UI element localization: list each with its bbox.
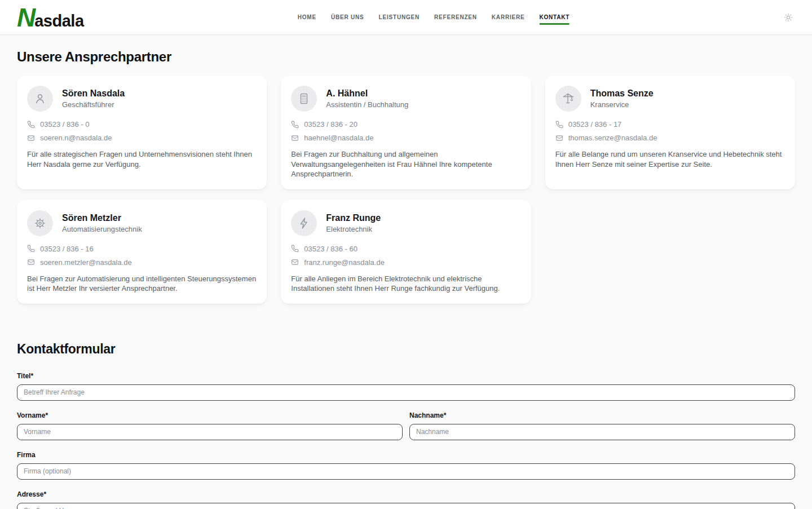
card-identity: A. Hähnel Assistentin / Buchhaltung [326,88,408,109]
brand-logo-initial: N [17,5,34,30]
field-group-adresse: Adresse* [17,490,795,509]
field-group-vorname: Vorname* [17,411,403,440]
sun-icon [784,13,793,22]
contact-name: A. Hähnel [326,88,408,99]
main-navigation: HOME ÜBER UNS LEISTUNGEN REFERENZEN KARR… [298,12,570,23]
required-mark: * [30,372,33,380]
card-identity: Franz Runge Elektrotechnik [326,213,381,233]
contact-card: Thomas Senze Kranservice 03523 / 836 - 1… [545,76,795,189]
nachname-input[interactable] [409,424,795,440]
email-row: soeren.n@nasdala.de [27,134,257,142]
mail-icon [555,134,563,142]
vorname-input[interactable] [17,424,403,440]
avatar [27,210,53,236]
avatar [555,86,581,112]
field-group-firma: Firma [17,451,795,480]
required-mark: * [45,411,48,419]
card-header: Sören Metzler Automatisierungstechnik [27,210,257,236]
contact-role: Geschäftsführer [62,100,125,109]
phone-row: 03523 / 836 - 17 [555,120,785,129]
phone-row: 03523 / 836 - 60 [291,245,520,253]
contact-phone: 03523 / 836 - 20 [304,120,358,129]
field-group-titel: Titel* [17,372,795,401]
contact-cards-grid: Sören Nasdala Geschäftsführer 03523 / 83… [17,76,795,304]
card-identity: Thomas Senze Kranservice [590,88,654,109]
card-header: Sören Nasdala Geschäftsführer [27,86,257,112]
mail-icon [27,134,35,142]
mail-icon [291,258,299,266]
phone-icon [291,245,299,253]
contact-role: Assistentin / Buchhaltung [326,100,408,109]
email-row: franz.runge@nasdala.de [291,258,520,267]
field-group-nachname: Nachname* [409,411,795,440]
card-identity: Sören Nasdala Geschäftsführer [62,88,125,109]
contact-email: soeren.metzler@nasdala.de [40,258,132,267]
mail-icon [27,258,35,266]
bolt-icon [297,216,311,230]
contact-card: Sören Nasdala Geschäftsführer 03523 / 83… [17,76,267,189]
contact-phone: 03523 / 836 - 16 [40,245,94,253]
phone-icon [27,121,35,129]
contact-phone: 03523 / 836 - 60 [304,245,358,253]
card-identity: Sören Metzler Automatisierungstechnik [62,213,142,233]
crane-icon [562,92,575,105]
contact-name: Franz Runge [326,213,381,223]
contact-details: 03523 / 836 - 0 soeren.n@nasdala.de [27,120,257,142]
contact-phone: 03523 / 836 - 0 [40,120,89,129]
avatar [291,86,317,112]
contact-card: Sören Metzler Automatisierungstechnik 03… [17,200,267,304]
contact-details: 03523 / 836 - 17 thomas.senze@nasdala.de [555,120,785,142]
page-content: Unsere Ansprechpartner Sören Nasdala Ges… [0,49,812,509]
contact-name: Sören Metzler [62,213,142,223]
titel-input[interactable] [17,384,795,401]
mail-icon [291,134,299,142]
phone-icon [291,121,299,129]
card-header: Thomas Senze Kranservice [555,86,785,112]
required-mark: * [43,490,46,498]
avatar [27,86,53,112]
top-bar: Nasdala HOME ÜBER UNS LEISTUNGEN REFEREN… [0,0,812,35]
phone-icon [27,245,35,253]
card-header: Franz Runge Elektrotechnik [291,210,520,236]
nav-item-home[interactable]: HOME [298,12,316,23]
contact-description: Bei Fragen zur Buchhaltung und allgemein… [291,149,520,179]
nav-item-karriere[interactable]: KARRIERE [492,12,525,23]
nav-item-ueber-uns[interactable]: ÜBER UNS [331,12,364,23]
gear-icon [33,216,47,230]
calculator-icon [297,92,311,105]
phone-icon [555,121,563,129]
card-header: A. Hähnel Assistentin / Buchhaltung [291,86,520,112]
contact-email: soeren.n@nasdala.de [40,134,112,142]
nav-item-referenzen[interactable]: REFERENZEN [434,12,477,23]
avatar [291,210,317,236]
contact-role: Kranservice [590,100,654,109]
contact-email: franz.runge@nasdala.de [304,258,385,267]
contacts-heading: Unsere Ansprechpartner [17,49,795,65]
contact-form-section: Kontaktformular Titel* Vorname* Nachname… [17,342,795,509]
nav-item-leistungen[interactable]: LEISTUNGEN [379,12,420,23]
contact-email: thomas.senze@nasdala.de [568,134,657,142]
phone-row: 03523 / 836 - 0 [27,120,257,129]
brand-logo[interactable]: Nasdala [17,5,84,30]
email-row: soeren.metzler@nasdala.de [27,258,257,267]
contact-role: Elektrotechnik [326,225,381,233]
contact-description: Für alle strategischen Fragen und Untern… [27,149,257,169]
required-mark: * [444,411,447,419]
nav-item-kontakt[interactable]: KONTAKT [539,12,570,23]
contact-name: Sören Nasdala [62,88,125,99]
contact-name: Thomas Senze [590,88,654,99]
adresse-input[interactable] [17,503,795,509]
theme-toggle-button[interactable] [782,11,795,24]
phone-row: 03523 / 836 - 16 [27,245,257,253]
firma-input[interactable] [17,463,795,480]
contact-description: Für alle Belange rund um unseren Kranser… [555,149,785,169]
vorname-label: Vorname* [17,411,403,419]
contact-card: A. Hähnel Assistentin / Buchhaltung 0352… [281,76,531,189]
contact-phone: 03523 / 836 - 17 [568,120,622,129]
contact-details: 03523 / 836 - 20 haehnel@nasdala.de [291,120,520,142]
firma-label: Firma [17,451,795,459]
form-heading: Kontaktformular [17,342,795,357]
contact-email: haehnel@nasdala.de [304,134,373,142]
contact-role: Automatisierungstechnik [62,225,142,233]
email-row: haehnel@nasdala.de [291,134,520,142]
